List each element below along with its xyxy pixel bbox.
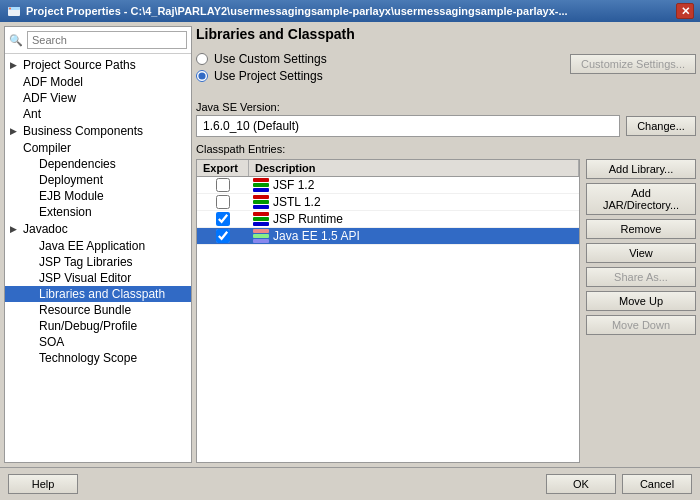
- export-cell: [197, 229, 249, 243]
- classpath-section: Classpath Entries: Export Description: [196, 143, 696, 463]
- desc-cell: JSP Runtime: [249, 212, 579, 226]
- lib-name: JSTL 1.2: [273, 195, 321, 209]
- expand-icon: ▶: [5, 123, 21, 139]
- settings-section: Use Custom Settings Use Project Settings…: [196, 52, 696, 89]
- radio-custom[interactable]: [196, 53, 208, 65]
- lib-name: JSF 1.2: [273, 178, 314, 192]
- classpath-table: Export Description: [196, 159, 580, 463]
- search-box: 🔍: [5, 27, 191, 54]
- sidebar-item-dependencies[interactable]: Dependencies: [5, 156, 191, 172]
- table-header: Export Description: [197, 160, 579, 177]
- main-container: 🔍 ▶ Project Source Paths ADF Model ADF V…: [0, 22, 700, 500]
- sidebar-item-javadoc[interactable]: ▶ Javadoc: [5, 220, 191, 238]
- library-icon: [253, 212, 269, 226]
- sidebar-item-adf-view[interactable]: ADF View: [5, 90, 191, 106]
- sidebar-item-run-debug-profile[interactable]: Run/Debug/Profile: [5, 318, 191, 334]
- customize-settings-button[interactable]: Customize Settings...: [570, 54, 696, 74]
- bottom-bar: Help OK Cancel: [0, 467, 700, 500]
- action-buttons: Add Library... Add JAR/Directory... Remo…: [586, 159, 696, 463]
- change-button[interactable]: Change...: [626, 116, 696, 136]
- sidebar-item-adf-model[interactable]: ADF Model: [5, 74, 191, 90]
- view-button[interactable]: View: [586, 243, 696, 263]
- classpath-label: Classpath Entries:: [196, 143, 696, 155]
- left-panel: 🔍 ▶ Project Source Paths ADF Model ADF V…: [4, 26, 192, 463]
- table-body: JSF 1.2: [197, 177, 579, 462]
- export-checkbox[interactable]: [216, 178, 230, 192]
- window-icon: [6, 3, 22, 19]
- sidebar-item-compiler[interactable]: Compiler: [5, 140, 191, 156]
- title-bar: Project Properties - C:\4_Raj\PARLAY2\us…: [0, 0, 700, 22]
- cancel-button[interactable]: Cancel: [622, 474, 692, 494]
- add-library-button[interactable]: Add Library...: [586, 159, 696, 179]
- library-icon: [253, 195, 269, 209]
- sidebar-item-jsp-tag-libraries[interactable]: JSP Tag Libraries: [5, 254, 191, 270]
- remove-button[interactable]: Remove: [586, 219, 696, 239]
- desc-cell: JSTL 1.2: [249, 195, 579, 209]
- sidebar-item-deployment[interactable]: Deployment: [5, 172, 191, 188]
- sidebar-item-soa[interactable]: SOA: [5, 334, 191, 350]
- expand-icon: ▶: [5, 57, 21, 73]
- sidebar-item-technology-scope[interactable]: Technology Scope: [5, 350, 191, 366]
- radio-group: Use Custom Settings Use Project Settings: [196, 52, 327, 83]
- col-export: Export: [197, 160, 249, 176]
- table-row[interactable]: JSF 1.2: [197, 177, 579, 194]
- desc-cell: Java EE 1.5 API: [249, 229, 579, 243]
- library-icon: [253, 178, 269, 192]
- close-button[interactable]: ✕: [676, 3, 694, 19]
- window-title: Project Properties - C:\4_Raj\PARLAY2\us…: [26, 5, 568, 17]
- sidebar-item-business-components[interactable]: ▶ Business Components: [5, 122, 191, 140]
- sidebar-item-ejb-module[interactable]: EJB Module: [5, 188, 191, 204]
- content-area: 🔍 ▶ Project Source Paths ADF Model ADF V…: [0, 22, 700, 467]
- search-input[interactable]: [27, 31, 187, 49]
- library-icon: [253, 229, 269, 243]
- lib-name: JSP Runtime: [273, 212, 343, 226]
- export-cell: [197, 212, 249, 226]
- sidebar-item-extension[interactable]: Extension: [5, 204, 191, 220]
- classpath-body: Export Description: [196, 159, 696, 463]
- sidebar-item-jsp-visual-editor[interactable]: JSP Visual Editor: [5, 270, 191, 286]
- expand-icon: ▶: [5, 221, 21, 237]
- export-checkbox[interactable]: [216, 229, 230, 243]
- sidebar-item-libraries-and-classpath[interactable]: Libraries and Classpath: [5, 286, 191, 302]
- sidebar-item-java-ee-application[interactable]: Java EE Application: [5, 238, 191, 254]
- export-checkbox[interactable]: [216, 212, 230, 226]
- radio-custom-row[interactable]: Use Custom Settings: [196, 52, 327, 66]
- export-cell: [197, 195, 249, 209]
- radio-project[interactable]: [196, 70, 208, 82]
- move-up-button[interactable]: Move Up: [586, 291, 696, 311]
- tree-area: ▶ Project Source Paths ADF Model ADF Vie…: [5, 54, 191, 462]
- share-as-button[interactable]: Share As...: [586, 267, 696, 287]
- sidebar-item-resource-bundle[interactable]: Resource Bundle: [5, 302, 191, 318]
- ok-cancel-group: OK Cancel: [546, 474, 692, 494]
- desc-cell: JSF 1.2: [249, 178, 579, 192]
- lib-name: Java EE 1.5 API: [273, 229, 360, 243]
- export-checkbox[interactable]: [216, 195, 230, 209]
- search-icon: 🔍: [9, 34, 23, 47]
- right-panel: Libraries and Classpath Use Custom Setti…: [196, 26, 696, 463]
- table-row[interactable]: Java EE 1.5 API: [197, 228, 579, 245]
- table-row[interactable]: JSP Runtime: [197, 211, 579, 228]
- sidebar-item-ant[interactable]: Ant: [5, 106, 191, 122]
- java-se-label: Java SE Version:: [196, 101, 696, 113]
- export-cell: [197, 178, 249, 192]
- help-button[interactable]: Help: [8, 474, 78, 494]
- table-row[interactable]: JSTL 1.2: [197, 194, 579, 211]
- add-jar-button[interactable]: Add JAR/Directory...: [586, 183, 696, 215]
- java-se-section: Java SE Version: Change...: [196, 95, 696, 137]
- move-down-button[interactable]: Move Down: [586, 315, 696, 335]
- col-description: Description: [249, 160, 579, 176]
- svg-point-2: [9, 8, 11, 10]
- java-se-value: [196, 115, 620, 137]
- ok-button[interactable]: OK: [546, 474, 616, 494]
- sidebar-item-project-source-paths[interactable]: ▶ Project Source Paths: [5, 56, 191, 74]
- panel-title: Libraries and Classpath: [196, 26, 696, 42]
- radio-project-row[interactable]: Use Project Settings: [196, 69, 327, 83]
